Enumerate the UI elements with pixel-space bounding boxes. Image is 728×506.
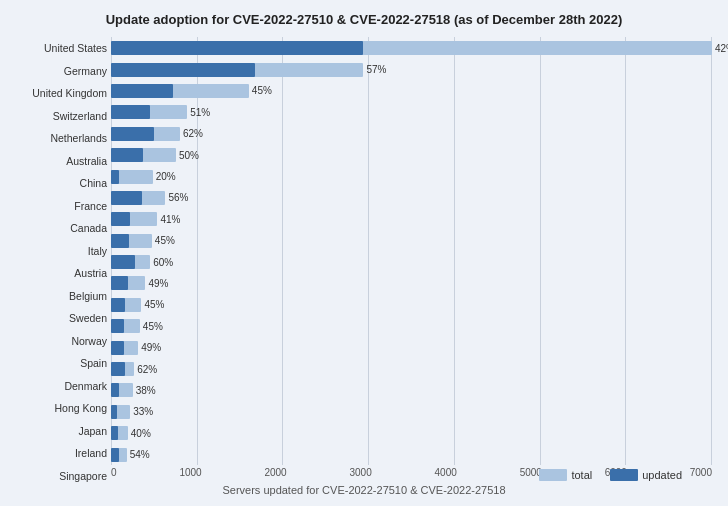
y-label: Italy [16,242,107,259]
y-label: Japan [16,422,107,439]
bar-updated [111,191,142,205]
bar-value-label: 54% [130,449,150,460]
bar-row: 20% [111,168,712,185]
bar-row: 49% [111,274,712,291]
bar-updated [111,170,119,184]
bar-value-label: 45% [144,299,164,310]
bar-group: 38% [111,383,133,396]
bar-row: 60% [111,253,712,270]
bar-value-label: 40% [131,427,151,438]
bar-row: 51% [111,103,712,120]
bar-updated [111,426,118,440]
bar-group: 40% [111,426,128,439]
bar-row: 38% [111,381,712,398]
bar-row: 62% [111,125,712,142]
bar-updated [111,105,150,119]
bar-value-label: 45% [143,320,163,331]
bar-updated [111,405,117,419]
y-label: Canada [16,220,107,237]
bar-group: 45% [111,84,249,97]
bars-and-legend: 42%57%45%51%62%50%20%56%41%45%60%49%45%4… [111,37,712,487]
y-label: China [16,175,107,192]
bar-row: 33% [111,403,712,420]
y-label: Sweden [16,310,107,327]
bar-value-label: 49% [148,277,168,288]
bar-group: 45% [111,298,141,311]
bar-row: 41% [111,210,712,227]
bar-value-label: 20% [156,171,176,182]
bar-row: 62% [111,360,712,377]
y-label: Switzerland [16,107,107,124]
y-label: Austria [16,265,107,282]
bar-value-label: 50% [179,149,199,160]
bar-value-label: 56% [168,192,188,203]
bar-value-label: 38% [136,384,156,395]
bar-value-label: 41% [160,213,180,224]
legend-updated-box [610,469,638,481]
bar-group: 49% [111,341,138,354]
y-label: France [16,197,107,214]
bar-updated [111,383,119,397]
bar-group: 33% [111,405,130,418]
bar-group: 62% [111,127,180,140]
y-label: Germany [16,62,107,79]
y-label: Denmark [16,377,107,394]
legend: total updated [539,469,682,481]
legend-container: total updated [16,469,712,481]
bar-group: 20% [111,170,153,183]
bar-group: 50% [111,148,176,161]
bar-row: 42% [111,39,712,56]
bar-group: 62% [111,362,134,375]
bar-updated [111,63,255,77]
bar-group: 60% [111,255,150,268]
bar-updated [111,127,154,141]
y-label: Belgium [16,287,107,304]
bar-updated [111,448,119,462]
bar-row: 57% [111,61,712,78]
bar-updated [111,41,363,55]
bar-row: 50% [111,146,712,163]
y-label: Norway [16,332,107,349]
bar-updated [111,276,128,290]
y-label: United States [16,40,107,57]
bar-group: 54% [111,448,127,461]
bar-value-label: 49% [141,342,161,353]
bar-value-label: 57% [366,64,386,75]
bar-value-label: 33% [133,406,153,417]
bar-group: 49% [111,276,145,289]
bar-updated [111,255,135,269]
bar-value-label: 45% [252,85,272,96]
bar-row: 54% [111,446,712,463]
bar-row: 45% [111,296,712,313]
legend-total-label: total [571,469,592,481]
bar-group: 56% [111,191,165,204]
bar-group: 51% [111,105,187,118]
bar-row: 56% [111,189,712,206]
y-label: Australia [16,152,107,169]
legend-updated-label: updated [642,469,682,481]
bar-updated [111,234,129,248]
chart-title: Update adoption for CVE-2022-27510 & CVE… [16,12,712,27]
bar-value-label: 51% [190,106,210,117]
bar-row: 49% [111,339,712,356]
bar-updated [111,362,125,376]
bar-updated [111,84,173,98]
chart-body: United StatesGermanyUnited KingdomSwitze… [16,37,712,487]
bars-rows: 42%57%45%51%62%50%20%56%41%45%60%49%45%4… [111,37,712,465]
y-label: Netherlands [16,130,107,147]
bar-updated [111,319,124,333]
bar-row: 40% [111,424,712,441]
bar-row: 45% [111,232,712,249]
y-label: Hong Kong [16,400,107,417]
bar-value-label: 62% [137,363,157,374]
legend-total-box [539,469,567,481]
bar-value-label: 45% [155,235,175,246]
y-axis: United StatesGermanyUnited KingdomSwitze… [16,37,111,487]
bar-updated [111,341,124,355]
bar-updated [111,212,130,226]
bar-row: 45% [111,82,712,99]
bar-group: 45% [111,319,140,332]
bar-row: 45% [111,317,712,334]
bar-value-label: 42% [715,42,728,53]
legend-total: total [539,469,592,481]
